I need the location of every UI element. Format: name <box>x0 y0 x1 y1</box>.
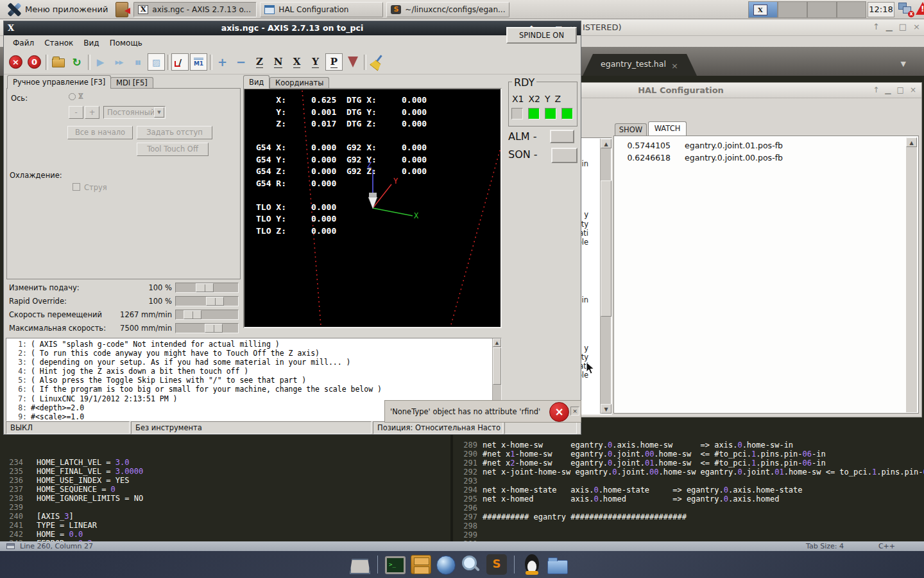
open-file-icon[interactable] <box>49 53 67 71</box>
run-from-line-icon[interactable]: ▶▶ <box>110 53 128 71</box>
jog-plus-button[interactable]: + <box>85 106 99 119</box>
menu-item[interactable]: Файл <box>9 37 38 49</box>
rotate-view-icon[interactable] <box>344 53 361 71</box>
linux-tux-icon[interactable] <box>522 554 542 575</box>
gcode-line[interactable]: 6: ( If the program is too big or small … <box>6 385 501 394</box>
view-side-y-icon[interactable]: Y <box>307 53 324 71</box>
scroll-up-icon[interactable]: ▲ <box>493 338 501 347</box>
watch-scrollbar[interactable]: ▲ <box>906 137 917 412</box>
watch-row[interactable]: 0.5744105 egantry.0.joint.01.pos-fb <box>614 139 918 152</box>
tab-watch[interactable]: WATCH <box>648 121 687 136</box>
slider-handle[interactable] <box>184 310 201 319</box>
zoom-in-icon[interactable]: + <box>214 53 231 71</box>
watch-row[interactable]: 0.6246618 egantry.0.joint.00.pos-fb <box>614 152 918 164</box>
tab-egantry-test-hal[interactable]: egantry_test.hal <box>583 54 697 76</box>
axis-titlebar[interactable]: X axis.ngc - AXIS 2.7.13 on to_pci ↑ ▁ □… <box>4 21 581 35</box>
tree-item-fragment[interactable]: in <box>582 159 588 168</box>
view-top-icon[interactable]: Z <box>251 53 268 71</box>
logout-icon[interactable] <box>116 2 128 17</box>
mist-checkbox[interactable] <box>73 183 80 191</box>
gcode-line[interactable]: 5: ( Also press the Toggle Skip Lines wi… <box>6 376 501 385</box>
minimize-icon[interactable]: ▁ <box>886 22 893 31</box>
scroll-up-icon[interactable]: ▲ <box>906 137 917 147</box>
warning-tray-icon[interactable] <box>916 2 924 15</box>
show-desktop-icon[interactable] <box>350 559 370 574</box>
backplot-preview[interactable]: Z Y X X: 0.625 DTG X: 0.000 Y: 0.001 DTG… <box>243 88 502 328</box>
slider-trough[interactable] <box>175 310 239 320</box>
jog-increment-combo[interactable]: Постоянный ▼ <box>103 106 166 119</box>
menu-item[interactable]: Вид <box>80 37 103 49</box>
pause-program-icon[interactable]: ▮▮ <box>129 53 146 71</box>
scroll-down-icon[interactable]: ▼ <box>601 404 612 414</box>
taskbar-window-button[interactable]: S ~/linuxcnc/configs/egan... <box>386 2 509 17</box>
folder-icon[interactable] <box>547 560 568 574</box>
tab-dro[interactable]: Координаты <box>270 77 329 89</box>
menu-item[interactable]: Помощь <box>106 37 146 49</box>
workspace-2[interactable] <box>778 1 807 18</box>
applications-menu-button[interactable]: Меню приложений <box>0 0 114 19</box>
error-close-button[interactable]: × <box>570 407 579 416</box>
tab-mdi[interactable]: MDI [F5] <box>110 77 153 89</box>
clear-backplot-icon[interactable] <box>368 53 385 71</box>
taskbar-window-button[interactable]: X axis.ngc - AXIS 2.7.13 o... <box>133 2 257 17</box>
tab-close-icon[interactable]: × <box>671 62 678 70</box>
minimize-icon[interactable]: ▁ <box>885 85 891 94</box>
slider-handle[interactable] <box>206 297 224 306</box>
editor-pane-left[interactable]: 234 HOME_LATCH_VEL = 3.0 235 HOME_FINAL_… <box>0 458 449 541</box>
tab-show[interactable]: SHOW <box>615 123 647 136</box>
jog-minus-button[interactable]: - <box>69 106 83 119</box>
slider-handle[interactable] <box>196 283 214 292</box>
view-perspective-icon[interactable]: P <box>325 53 343 71</box>
view-rotated-top-icon[interactable]: N <box>270 53 287 71</box>
gcode-line[interactable]: 1: ( AXIS "splash g-code" Not intended f… <box>6 340 501 349</box>
machine-power-icon[interactable]: 0 <box>26 53 43 71</box>
close-icon[interactable]: × <box>913 22 920 31</box>
tree-scrollbar[interactable]: ▲ ▼ <box>600 139 611 414</box>
network-offline-icon[interactable]: x <box>898 3 914 16</box>
maximize-icon[interactable]: □ <box>897 85 904 94</box>
step-program-icon[interactable]: ▨ <box>148 53 165 71</box>
scrollbar-thumb[interactable] <box>601 180 612 317</box>
scrollbar-thumb[interactable] <box>493 347 501 385</box>
slider-handle[interactable] <box>205 324 223 333</box>
tab-manual-control[interactable]: Ручное управление [F3] <box>7 75 111 89</box>
syntax-indicator[interactable]: C++ <box>878 542 895 550</box>
file-cabinet-icon[interactable] <box>411 555 431 574</box>
close-icon[interactable]: × <box>910 85 916 94</box>
sublime-text-icon[interactable]: S <box>486 554 507 575</box>
zoom-out-icon[interactable]: − <box>232 53 250 71</box>
gcode-line[interactable]: 4: ( Hint jog the Z axis down a bit then… <box>6 367 501 376</box>
menu-item[interactable]: Станок <box>40 37 77 49</box>
terminal-icon[interactable]: >_ <box>385 556 406 574</box>
view-side-x-icon[interactable]: X <box>288 53 305 71</box>
gcode-line[interactable]: 2: ( To run this code anyway you might h… <box>6 349 501 358</box>
taskbar-window-button[interactable]: HAL Configuration <box>260 2 383 17</box>
spindle-on-button[interactable]: SPINDLE ON <box>506 27 577 44</box>
gcode-line[interactable]: 3: ( depending on your setup. As if you … <box>6 358 501 367</box>
workspace-4[interactable] <box>837 1 866 18</box>
slider-trough[interactable] <box>175 296 239 306</box>
shade-icon[interactable]: ↑ <box>873 22 880 31</box>
toggle-optional-pause-icon[interactable]: M1 <box>190 53 207 71</box>
slider-trough[interactable] <box>175 283 239 293</box>
web-browser-icon[interactable] <box>436 556 456 575</box>
tab-size-indicator[interactable]: Tab Size: 4 <box>806 542 844 550</box>
shade-icon[interactable]: ↑ <box>873 85 879 94</box>
tab-preview[interactable]: Вид <box>243 75 270 89</box>
search-icon[interactable] <box>461 555 481 575</box>
workspace-3[interactable] <box>807 1 837 18</box>
run-program-icon[interactable]: ▶ <box>92 53 109 71</box>
estop-icon[interactable]: × <box>7 53 24 71</box>
tab-overflow-icon[interactable]: ▼ <box>901 60 906 68</box>
tree-item-fragment[interactable]: in <box>582 295 588 304</box>
reload-file-icon[interactable]: ↻ <box>68 53 85 71</box>
home-all-button[interactable]: Все в начало <box>67 126 133 139</box>
axis-radio[interactable]: Z <box>69 92 83 101</box>
tree-item-fragment[interactable]: y <box>584 210 588 219</box>
tool-touch-off-button[interactable]: Tool Touch Off <box>137 143 209 156</box>
editor-pane-right[interactable]: 289 net x-home-sw egantry.0.axis.home-sw… <box>454 441 924 541</box>
scroll-up-icon[interactable]: ▲ <box>601 139 612 148</box>
tree-item-fragment[interactable]: y <box>584 344 588 353</box>
toggle-skip-lines-icon[interactable]: / <box>171 53 189 71</box>
workspace-1[interactable]: X <box>748 1 778 18</box>
